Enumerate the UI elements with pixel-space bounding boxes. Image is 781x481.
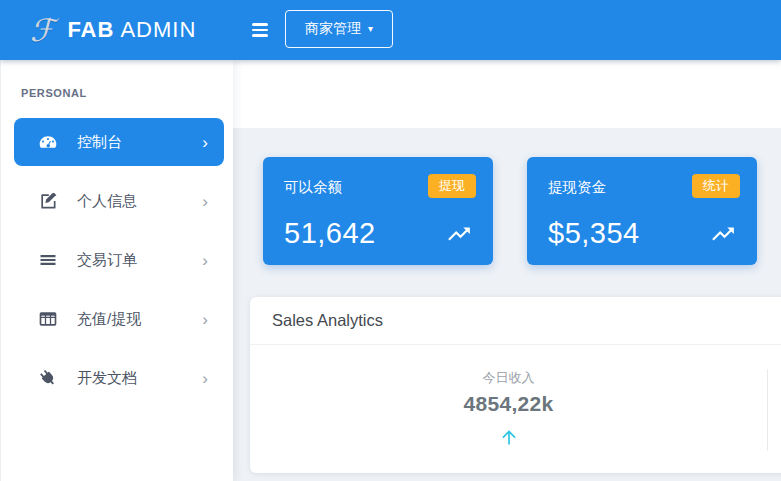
sidebar-item-label: 充值/提现 — [77, 310, 141, 329]
sidebar-item-label: 交易订单 — [77, 251, 137, 270]
stat-card-balance: 可以余额 提现 51,642 — [263, 157, 493, 265]
chevron-right-icon: › — [202, 311, 208, 328]
top-header: ℱ FABADMIN 商家管理 ▾ — [0, 0, 781, 60]
sidebar-nav: 控制台 › 个人信息 › 交易订单 › — [1, 118, 233, 402]
stat-card-withdraw-funds: 提现资金 统计 $5,354 — [527, 157, 757, 265]
chevron-right-icon: › — [202, 370, 208, 387]
edit-pencil-square-icon — [38, 191, 58, 211]
dashboard-gauge-icon — [38, 132, 58, 152]
sidebar-section-label: PERSONAL — [21, 87, 233, 99]
brand-name-bold: FAB — [67, 17, 114, 42]
trending-up-icon — [710, 221, 736, 247]
page-header-strip — [233, 60, 781, 128]
stat-card-value: 51,642 — [284, 217, 376, 250]
brand-name: FABADMIN — [67, 17, 196, 43]
caret-down-icon: ▾ — [368, 24, 373, 34]
sidebar: PERSONAL 控制台 › 个人信息 › 交易订单 — [0, 60, 233, 481]
list-bars-icon — [38, 250, 58, 270]
trending-up-icon — [446, 221, 472, 247]
merchant-management-label: 商家管理 — [305, 20, 361, 38]
sidebar-item-label: 开发文档 — [77, 369, 137, 388]
sidebar-item-deposit-withdraw[interactable]: 充值/提现 › — [14, 295, 224, 343]
today-income-metric: 今日收入 4854,22k — [250, 369, 768, 451]
merchant-management-dropdown[interactable]: 商家管理 ▾ — [285, 10, 393, 48]
chevron-right-icon: › — [202, 252, 208, 269]
brand-logo-icon: ℱ — [30, 15, 54, 46]
sales-analytics-card: Sales Analytics 今日收入 4854,22k — [250, 297, 781, 473]
table-grid-icon — [38, 309, 58, 329]
plug-icon — [38, 368, 58, 388]
sidebar-item-label: 控制台 — [77, 133, 122, 152]
sales-analytics-title: Sales Analytics — [250, 297, 781, 345]
stat-card-value: $5,354 — [548, 217, 640, 250]
metric-label: 今日收入 — [250, 369, 767, 387]
stats-badge-button[interactable]: 统计 — [692, 174, 740, 198]
sidebar-item-dev-docs[interactable]: 开发文档 › — [14, 354, 224, 402]
sidebar-item-label: 个人信息 — [77, 192, 137, 211]
menu-toggle-icon[interactable] — [252, 23, 268, 37]
arrow-up-icon — [250, 427, 767, 451]
withdraw-badge-button[interactable]: 提现 — [428, 174, 476, 198]
stat-card-title: 可以余额 — [284, 174, 342, 197]
metric-value: 4854,22k — [250, 392, 767, 416]
brand-logo[interactable]: ℱ FABADMIN — [0, 0, 233, 60]
sidebar-item-dashboard[interactable]: 控制台 › — [14, 118, 224, 166]
stat-card-title: 提现资金 — [548, 174, 606, 197]
sidebar-item-orders[interactable]: 交易订单 › — [14, 236, 224, 284]
chevron-right-icon: › — [202, 193, 208, 210]
app-window: ℱ FABADMIN 商家管理 ▾ PERSONAL 控制台 › — [0, 0, 781, 481]
sidebar-item-profile[interactable]: 个人信息 › — [14, 177, 224, 225]
chevron-right-icon: › — [202, 134, 208, 151]
brand-name-light: ADMIN — [120, 17, 196, 42]
